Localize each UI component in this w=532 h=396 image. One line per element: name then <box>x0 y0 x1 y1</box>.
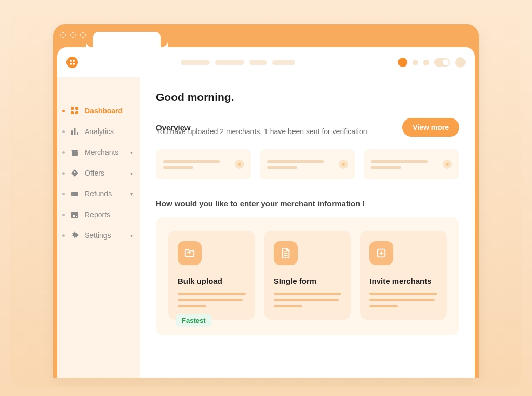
topbar-nav <box>181 60 295 65</box>
main-content: Good morning. Overview View more You hav… <box>140 77 475 378</box>
nav-link[interactable] <box>272 60 295 65</box>
option-title: SIngle form <box>274 276 342 285</box>
sidebar-item-merchants[interactable]: Merchants ▾ <box>57 142 140 163</box>
page-backdrop: Dashboard Analytics Merc <box>10 9 522 387</box>
refund-icon <box>70 190 79 198</box>
tag-icon <box>70 169 79 177</box>
document-icon <box>274 241 298 265</box>
chevron-down-icon: ▾ <box>130 150 133 155</box>
bullet-icon <box>62 172 65 175</box>
app-logo[interactable] <box>66 57 78 68</box>
notification-dot-icon[interactable] <box>398 58 407 67</box>
theme-toggle[interactable] <box>434 58 450 67</box>
svg-rect-9 <box>71 212 78 214</box>
section-question: How would you like to enter your merchan… <box>156 199 459 208</box>
option-title: Invite merchants <box>369 276 437 285</box>
topbar-actions <box>398 57 466 68</box>
sidebar-item-dashboard[interactable]: Dashboard <box>57 100 140 121</box>
option-invite-merchants[interactable]: Invite merchants <box>360 231 447 320</box>
bullet-icon <box>62 193 65 195</box>
svg-rect-10 <box>73 215 74 217</box>
sidebar-item-analytics[interactable]: Analytics <box>57 121 140 142</box>
sidebar-item-label: Settings <box>85 231 125 240</box>
svg-rect-2 <box>71 111 74 114</box>
svg-rect-11 <box>74 215 75 217</box>
bullet-icon <box>62 234 65 237</box>
bars-icon <box>70 127 79 136</box>
sidebar-item-label: Reports <box>85 210 133 219</box>
svg-rect-6 <box>77 132 78 135</box>
svg-rect-0 <box>71 107 74 110</box>
fastest-badge: Fastest <box>176 314 212 327</box>
maximize-window-icon[interactable] <box>80 32 86 38</box>
svg-rect-3 <box>75 111 78 114</box>
grid-icon <box>70 107 79 115</box>
store-icon <box>70 148 79 156</box>
placeholder-lines <box>371 160 437 169</box>
topbar <box>57 47 475 77</box>
sidebar-item-reports[interactable]: Reports <box>57 204 140 225</box>
stat-badge-icon <box>443 160 452 169</box>
window-controls[interactable] <box>60 32 86 38</box>
entry-options: Bulk upload Fastest SIngle form <box>156 217 459 335</box>
stat-cards <box>156 149 459 179</box>
active-indicator-icon <box>62 110 65 112</box>
svg-rect-12 <box>76 216 77 217</box>
option-bulk-upload[interactable]: Bulk upload Fastest <box>168 231 255 320</box>
sidebar-item-offers[interactable]: Offers ▾ <box>57 163 140 183</box>
page-greeting: Good morning. <box>156 91 459 103</box>
view-more-button[interactable]: View more <box>402 118 459 137</box>
nav-link[interactable] <box>249 60 267 65</box>
app-shell: Dashboard Analytics Merc <box>57 47 475 378</box>
gear-icon <box>70 231 79 240</box>
bullet-icon <box>62 214 65 216</box>
bullet-icon <box>62 130 65 133</box>
sidebar-item-label: Refunds <box>85 190 125 198</box>
logo-icon <box>66 57 78 68</box>
stat-badge-icon <box>339 160 348 169</box>
chevron-down-icon: ▾ <box>130 233 133 239</box>
avatar[interactable] <box>455 57 466 68</box>
svg-rect-4 <box>71 130 73 135</box>
placeholder-lines <box>267 160 334 169</box>
option-single-form[interactable]: SIngle form <box>264 231 351 320</box>
sidebar-item-label: Analytics <box>85 127 133 136</box>
option-title: Bulk upload <box>178 276 246 285</box>
svg-rect-1 <box>75 107 78 110</box>
nav-link[interactable] <box>215 60 244 65</box>
browser-chrome <box>53 24 479 47</box>
minimize-window-icon[interactable] <box>70 32 76 38</box>
status-dot-icon <box>423 60 429 65</box>
folder-plus-icon <box>178 241 202 265</box>
stat-card[interactable] <box>364 149 459 179</box>
plus-square-icon <box>369 241 393 265</box>
status-dot-icon <box>413 60 418 65</box>
svg-rect-7 <box>71 192 78 196</box>
close-window-icon[interactable] <box>60 32 66 38</box>
bullet-icon <box>62 151 65 154</box>
stat-card[interactable] <box>260 149 355 179</box>
sidebar-item-settings[interactable]: Settings ▾ <box>57 225 140 246</box>
sidebar-item-label: Offers <box>85 169 125 177</box>
sidebar: Dashboard Analytics Merc <box>57 77 140 378</box>
placeholder-lines <box>178 293 246 307</box>
sidebar-item-label: Dashboard <box>85 107 133 115</box>
calendar-icon <box>70 210 79 219</box>
browser-tab[interactable] <box>93 32 161 47</box>
browser-window: Dashboard Analytics Merc <box>53 24 479 378</box>
sidebar-item-refunds[interactable]: Refunds ▾ <box>57 183 140 204</box>
sidebar-item-label: Merchants <box>85 148 125 156</box>
chevron-down-icon: ▾ <box>130 170 133 176</box>
stat-badge-icon <box>235 160 244 169</box>
placeholder-lines <box>274 293 342 307</box>
stat-card[interactable] <box>156 149 251 179</box>
nav-link[interactable] <box>181 60 210 65</box>
placeholder-lines <box>369 293 437 307</box>
app-body: Dashboard Analytics Merc <box>57 77 475 378</box>
svg-rect-5 <box>74 128 76 135</box>
chevron-down-icon: ▾ <box>130 191 133 197</box>
placeholder-lines <box>163 160 230 169</box>
